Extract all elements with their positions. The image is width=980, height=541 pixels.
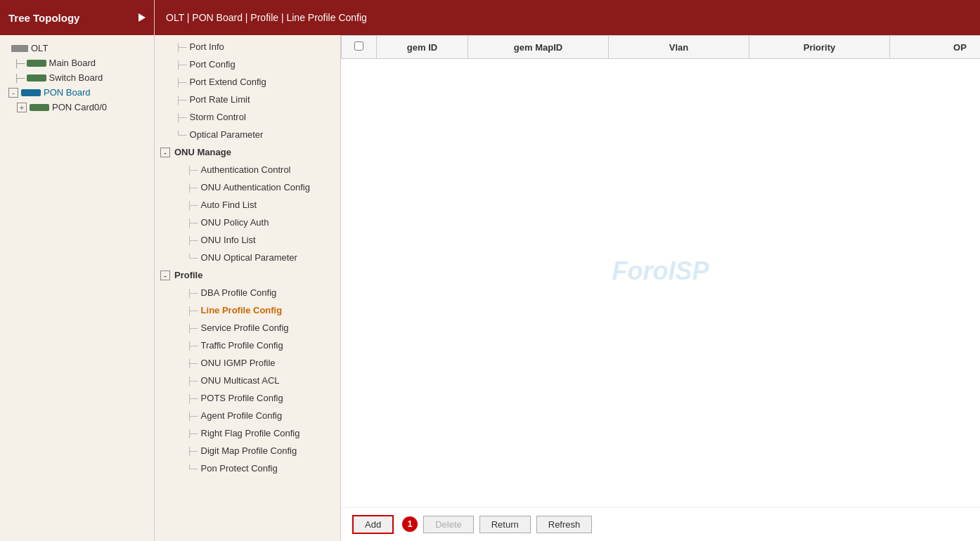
col-header-check [342, 36, 377, 59]
menu-label-agent-profile: Agent Profile Config [201, 410, 283, 421]
add-button[interactable]: Add [352, 515, 394, 534]
menu-label-port-config: Port Config [190, 59, 236, 70]
col-header-priority: Priority [749, 36, 890, 59]
menu-item-auto-find-list[interactable]: ├─ Auto Find List [155, 196, 340, 214]
menu-label-onu-multicast-acl: ONU Multicast ACL [201, 375, 280, 386]
col-header-gem-map-id: gem MapID [468, 36, 609, 59]
menu-item-traffic-profile[interactable]: ├─ Traffic Profile Config [155, 337, 340, 354]
menu-label-onu-info-list: ONU Info List [201, 235, 256, 245]
menu-item-onu-policy-auth[interactable]: ├─ ONU Policy Auth [155, 214, 340, 231]
sidebar-tree: OLT ├─ Main Board ├─ Switch Board - PON … [0, 35, 154, 541]
menu-label-onu-optical-param: ONU Optical Parameter [201, 252, 297, 263]
sidebar-title: Tree Topology [8, 12, 79, 24]
menu-item-dba-profile[interactable]: ├─ DBA Profile Config [155, 284, 340, 301]
table-area: gem ID gem MapID Vlan Priority [341, 35, 980, 507]
menu-label-right-flag-profile: Right Flag Profile Config [201, 428, 300, 438]
menu-item-port-rate-limit[interactable]: ├─ Port Rate Limit [155, 91, 340, 108]
menu-label-port-rate-limit: Port Rate Limit [190, 94, 250, 105]
watermark: ForoISP [612, 256, 709, 286]
tree-item-main-board[interactable]: ├─ Main Board [0, 56, 154, 70]
menu-item-onu-multicast-acl[interactable]: ├─ ONU Multicast ACL [155, 372, 340, 389]
menu-label-storm-control: Storm Control [190, 112, 246, 122]
menu-label-line-profile: Line Profile Config [201, 305, 283, 315]
menu-label-auto-find-list: Auto Find List [201, 200, 257, 210]
menu-item-storm-control[interactable]: ├─ Storm Control [155, 108, 340, 126]
menu-label-auth-control: Authentication Control [201, 164, 291, 175]
menu-label-pots-profile: POTS Profile Config [201, 393, 283, 403]
menu-item-onu-auth-config[interactable]: ├─ ONU Authentication Config [155, 178, 340, 196]
tree-item-pon-board[interactable]: - PON Board [0, 85, 154, 100]
menu-label-dba-profile: DBA Profile Config [201, 287, 277, 298]
data-table: gem ID gem MapID Vlan Priority [341, 35, 980, 59]
olt-label: OLT [31, 43, 48, 53]
profile-expand[interactable]: - [160, 270, 170, 280]
menu-item-optical-parameter[interactable]: └─ Optical Parameter [155, 126, 340, 143]
menu-item-pots-profile[interactable]: ├─ POTS Profile Config [155, 389, 340, 407]
breadcrumb-text: OLT | PON Board | Profile | Line Profile… [166, 12, 367, 23]
col-header-gem-id: gem ID [377, 36, 468, 59]
refresh-button[interactable]: Refresh [536, 516, 593, 533]
action-bar: Add 1 Delete Return Refresh [341, 507, 980, 541]
pon-board-expand[interactable]: - [8, 88, 18, 98]
select-all-checkbox[interactable] [354, 41, 363, 51]
delete-button[interactable]: Delete [423, 516, 474, 533]
menu-label-optical-parameter: Optical Parameter [190, 129, 264, 140]
menu-item-right-flag-profile[interactable]: ├─ Right Flag Profile Config [155, 424, 340, 442]
menu-item-agent-profile[interactable]: ├─ Agent Profile Config [155, 407, 340, 424]
profile-label: Profile [174, 270, 202, 280]
content-area: ├─ Port Info ├─ Port Config ├─ Port Exte… [155, 35, 980, 541]
menu-label-onu-auth-config: ONU Authentication Config [201, 182, 310, 193]
menu-item-onu-info-list[interactable]: ├─ ONU Info List [155, 231, 340, 249]
menu-label-onu-igmp: ONU IGMP Profile [201, 358, 276, 368]
breadcrumb: OLT | PON Board | Profile | Line Profile… [155, 0, 980, 35]
pon-board-label: PON Board [44, 87, 90, 98]
pon-card-expand[interactable]: + [17, 103, 27, 112]
tree-connector-switch: ├─ [14, 74, 25, 82]
menu-item-onu-optical-param[interactable]: └─ ONU Optical Parameter [155, 249, 340, 266]
pon-card-icon [30, 104, 49, 111]
olt-icon [11, 45, 28, 52]
menu-item-port-config[interactable]: ├─ Port Config [155, 56, 340, 73]
menu-label-pon-protect: Pon Protect Config [201, 463, 278, 474]
menu-item-digit-map-profile[interactable]: ├─ Digit Map Profile Config [155, 442, 340, 459]
tree-item-switch-board[interactable]: ├─ Switch Board [0, 70, 154, 85]
collapse-icon[interactable] [138, 12, 146, 24]
sidebar: Tree Topology OLT ├─ Main Board ├─ Switc… [0, 0, 155, 541]
add-badge: 1 [402, 516, 418, 532]
main-board-icon [27, 60, 46, 67]
tree-connector-main: ├─ [14, 59, 25, 67]
pon-card-label: PON Card0/0 [52, 102, 107, 112]
col-header-op: OP [890, 36, 981, 59]
menu-label-service-profile: Service Profile Config [201, 322, 289, 333]
tree-item-olt[interactable]: OLT [0, 41, 154, 56]
menu-section-onu-manage[interactable]: - ONU Manage [155, 143, 340, 161]
pon-board-icon [21, 89, 41, 96]
menu-item-port-extend-config[interactable]: ├─ Port Extend Config [155, 73, 340, 91]
menu-label-digit-map-profile: Digit Map Profile Config [201, 445, 297, 456]
tree-item-pon-card[interactable]: + PON Card0/0 [0, 100, 154, 115]
sidebar-header: Tree Topology [0, 0, 154, 35]
menu-item-service-profile[interactable]: ├─ Service Profile Config [155, 319, 340, 337]
menu-item-port-info[interactable]: ├─ Port Info [155, 38, 340, 56]
menu-panel: ├─ Port Info ├─ Port Config ├─ Port Exte… [155, 35, 341, 541]
menu-item-line-profile[interactable]: ├─ Line Profile Config [155, 301, 340, 319]
right-panel: gem ID gem MapID Vlan Priority [341, 35, 980, 541]
return-button[interactable]: Return [479, 516, 531, 533]
menu-item-pon-protect[interactable]: └─ Pon Protect Config [155, 459, 340, 477]
menu-section-profile[interactable]: - Profile [155, 266, 340, 284]
onu-manage-expand[interactable]: - [160, 148, 170, 157]
main-board-label: Main Board [49, 58, 96, 68]
menu-label-port-info: Port Info [190, 41, 224, 52]
menu-label-port-extend-config: Port Extend Config [190, 77, 266, 87]
menu-label-onu-policy-auth: ONU Policy Auth [201, 217, 269, 228]
main-content: OLT | PON Board | Profile | Line Profile… [155, 0, 980, 541]
menu-item-auth-control[interactable]: ├─ Authentication Control [155, 161, 340, 178]
menu-item-onu-igmp[interactable]: ├─ ONU IGMP Profile [155, 354, 340, 372]
onu-manage-label: ONU Manage [174, 147, 231, 157]
menu-label-traffic-profile: Traffic Profile Config [201, 340, 283, 351]
col-header-vlan: Vlan [609, 36, 749, 59]
switch-board-icon [27, 74, 46, 82]
switch-board-label: Switch Board [49, 72, 103, 83]
